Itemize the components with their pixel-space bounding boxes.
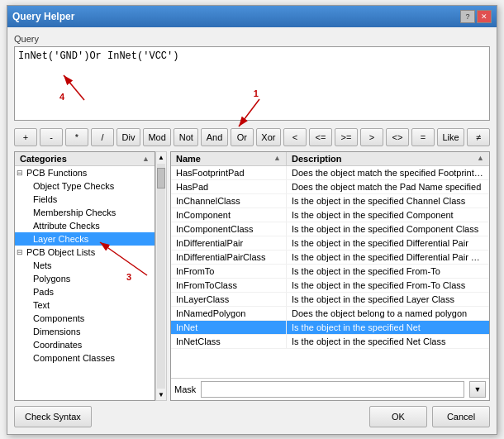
cell-name: InComponentClass xyxy=(171,222,287,236)
cell-name: InLayerClass xyxy=(171,293,287,306)
attribute-checks-item[interactable]: Attribute Checks xyxy=(15,219,155,232)
cell-name: InFromToClass xyxy=(171,279,287,292)
pads-item[interactable]: Pads xyxy=(15,285,155,298)
cell-desc: Is the object in the specified Different… xyxy=(287,251,489,264)
scroll-down-arrow[interactable]: ▼ xyxy=(156,389,166,400)
cell-name-innet: InNet xyxy=(171,321,287,334)
or-container: Or 1 xyxy=(231,128,254,146)
toolbar: + - * / Div Mod Not And Or xyxy=(14,128,490,146)
cell-desc: Is the object in the specified Net Class xyxy=(287,335,489,348)
layer-checks-container: Layer Checks 3 xyxy=(15,232,155,246)
categories-header: Categories ▲ xyxy=(15,152,155,166)
toolbar-and[interactable]: And xyxy=(201,128,227,146)
table-header: Name ▲ Description ▲ xyxy=(171,152,489,166)
table-row[interactable]: HasPad Does the object match the Pad Nam… xyxy=(171,180,489,194)
pcb-object-lists-label: PCB Object Lists xyxy=(26,247,95,257)
title-bar-buttons: ? ✕ xyxy=(460,10,492,23)
nets-item[interactable]: Nets xyxy=(15,259,155,272)
categories-panel: Categories ▲ ⊟ PCB Functions Object Type… xyxy=(14,151,155,401)
text-item[interactable]: Text xyxy=(15,298,155,312)
expand-icon: ⊟ xyxy=(17,169,23,177)
cell-desc-innet: Is the object in the specified Net xyxy=(287,321,489,334)
table-row[interactable]: InNamedPolygon Does the object belong to… xyxy=(171,307,489,321)
table-row[interactable]: InNetClass Is the object in the specifie… xyxy=(171,335,489,349)
component-classes-item[interactable]: Component Classes xyxy=(15,351,155,365)
toolbar-not[interactable]: Not xyxy=(174,128,198,146)
toolbar-gte[interactable]: >= xyxy=(335,128,358,146)
membership-checks-item[interactable]: Membership Checks xyxy=(15,206,155,219)
window-title: Query Helper xyxy=(12,11,74,22)
pcb-functions-group[interactable]: ⊟ PCB Functions xyxy=(15,166,155,179)
fields-item[interactable]: Fields xyxy=(15,193,155,206)
query-label: Query xyxy=(14,34,490,44)
scroll-up-arrow[interactable]: ▲ xyxy=(156,152,166,163)
desc-sort-icon[interactable]: ▲ xyxy=(477,154,484,164)
toolbar-eq[interactable]: = xyxy=(411,128,435,146)
cell-desc: Does the object match the specified Foot… xyxy=(287,166,489,179)
name-sort-icon[interactable]: ▲ xyxy=(273,154,281,164)
categories-section: Categories ▲ ⊟ PCB Functions Object Type… xyxy=(14,151,167,401)
toolbar-mod[interactable]: Mod xyxy=(143,128,171,146)
table-row[interactable]: InComponentClass Is the object in the sp… xyxy=(171,222,489,236)
cell-desc: Is the object in the specified From-To xyxy=(287,265,489,278)
categories-label: Categories xyxy=(20,154,67,164)
cell-desc: Is the object in the specified Different… xyxy=(287,236,489,250)
table-row[interactable]: HasFootprintPad Does the object match th… xyxy=(171,166,489,180)
toolbar-divide[interactable]: / xyxy=(91,128,114,146)
cell-desc: Is the object in the specified Channel C… xyxy=(287,194,489,208)
cell-name: InComponent xyxy=(171,208,287,222)
coordinates-item[interactable]: Coordinates xyxy=(15,338,155,351)
toolbar-lt[interactable]: < xyxy=(283,128,307,146)
main-area: Categories ▲ ⊟ PCB Functions Object Type… xyxy=(14,151,490,401)
table-row[interactable]: InFromToClass Is the object in the speci… xyxy=(171,279,489,293)
object-type-checks-item[interactable]: Object Type Checks xyxy=(15,179,155,193)
table-row[interactable]: InFromTo Is the object in the specified … xyxy=(171,265,489,279)
categories-scrollbar[interactable]: ▲ ▼ xyxy=(155,151,167,401)
ok-button[interactable]: OK xyxy=(369,406,427,427)
dimensions-item[interactable]: Dimensions xyxy=(15,325,155,338)
toolbar-div[interactable]: Div xyxy=(116,128,140,146)
name-col-label: Name xyxy=(176,154,201,164)
window-body: Query InNet('GND')Or InNet('VCC') 4 + xyxy=(7,27,497,434)
mask-dropdown[interactable]: ▼ xyxy=(469,381,486,398)
scroll-thumb[interactable] xyxy=(157,168,165,188)
cell-desc: Is the object in the specified Component… xyxy=(287,222,489,236)
table-row[interactable]: InDifferentialPairClass Is the object in… xyxy=(171,251,489,265)
mask-input[interactable] xyxy=(201,381,464,398)
desc-col-label: Description xyxy=(292,154,342,164)
cell-desc: Does the object match the Pad Name speci… xyxy=(287,180,489,193)
expand-icon-2: ⊟ xyxy=(17,248,23,256)
cell-name: HasPad xyxy=(171,180,287,193)
table-row[interactable]: InLayerClass Is the object in the specif… xyxy=(171,293,489,307)
cancel-button[interactable]: Cancel xyxy=(432,406,490,427)
toolbar-gt[interactable]: > xyxy=(360,128,383,146)
table-row[interactable]: InDifferentialPair Is the object in the … xyxy=(171,236,489,251)
toolbar-lte[interactable]: <= xyxy=(309,128,332,146)
layer-checks-item[interactable]: Layer Checks xyxy=(15,232,155,246)
toolbar-plus[interactable]: + xyxy=(14,128,37,146)
table-row[interactable]: InComponent Is the object in the specifi… xyxy=(171,208,489,222)
cell-desc: Does the object belong to a named polygo… xyxy=(287,307,489,320)
cell-name: InChannelClass xyxy=(171,194,287,208)
toolbar-xor[interactable]: Xor xyxy=(256,128,281,146)
toolbar-special[interactable]: ≠ xyxy=(467,128,490,146)
check-syntax-button[interactable]: Check Syntax xyxy=(14,406,92,427)
cell-name: InDifferentialPair xyxy=(171,236,287,250)
table-row[interactable]: InChannelClass Is the object in the spec… xyxy=(171,194,489,208)
pcb-object-lists-group[interactable]: ⊟ PCB Object Lists xyxy=(15,246,155,259)
toolbar-minus[interactable]: - xyxy=(40,128,63,146)
toolbar-like[interactable]: Like xyxy=(437,128,464,146)
cell-name: InNamedPolygon xyxy=(171,307,287,320)
toolbar-or[interactable]: Or xyxy=(231,128,254,146)
table-row-innet[interactable]: InNet Is the object in the specified Net xyxy=(171,321,489,335)
polygons-item[interactable]: Polygons xyxy=(15,272,155,285)
close-button[interactable]: ✕ xyxy=(477,10,492,23)
categories-sort-icon[interactable]: ▲ xyxy=(142,155,150,163)
toolbar-multiply[interactable]: * xyxy=(65,128,88,146)
query-input[interactable]: InNet('GND')Or InNet('VCC') xyxy=(14,46,490,121)
components-item[interactable]: Components xyxy=(15,312,155,325)
help-button[interactable]: ? xyxy=(460,10,475,23)
title-bar: Query Helper ? ✕ xyxy=(7,6,497,27)
toolbar-neq[interactable]: <> xyxy=(386,128,409,146)
query-helper-window: Query Helper ? ✕ Query InNet('GND')Or In… xyxy=(7,5,497,435)
